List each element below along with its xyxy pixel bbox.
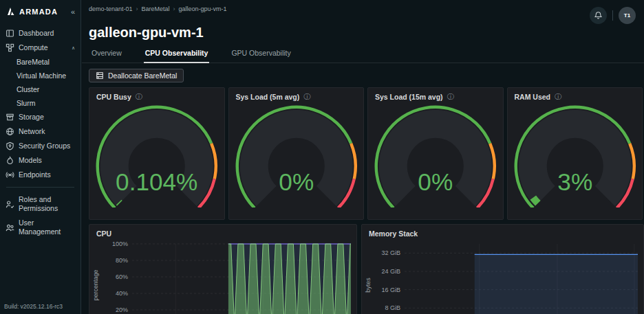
brand-name: ARMADA [19, 8, 58, 16]
deallocate-baremetal-button[interactable]: Deallocate BareMetal [89, 69, 184, 82]
flame-icon [6, 156, 14, 165]
armada-logo-icon [6, 6, 16, 16]
sidebar-item-cluster[interactable]: Cluster [0, 82, 80, 96]
ram-used-panel: RAM Usedⓘ 3% [507, 87, 643, 220]
sidebar-item-security-groups[interactable]: Security Groups [0, 139, 80, 153]
sys-load-15m-gauge: 0% [368, 102, 503, 208]
sidebar-item-virtual-machine[interactable]: Virtual Machine [0, 69, 80, 82]
panel-title: CPU [96, 229, 111, 238]
tab-overview[interactable]: Overview [90, 45, 123, 63]
sidebar-item-label: Network [19, 127, 45, 136]
cpu-busy-panel: CPU Busyⓘ 0.104% [89, 87, 225, 220]
info-icon[interactable]: ⓘ [136, 93, 142, 100]
logo-row: ARMADA « [0, 0, 80, 26]
users-icon [6, 223, 14, 232]
cpu-time-series-chart[interactable]: 0%20%40%60%80%100%10:1010:1510:20percent… [89, 240, 356, 314]
build-version: Build: v2025.12.16-rc3 [0, 299, 80, 314]
sidebar-item-label: Storage [19, 113, 44, 122]
compute-icon [6, 43, 14, 52]
panel-title: CPU Busy [96, 93, 131, 101]
sidebar-item-storage[interactable]: Storage [0, 110, 80, 124]
sidebar-item-endpoints[interactable]: Endpoints [0, 168, 80, 182]
main-content: demo-tenant-01 › BareMetal › galleon-gpu… [82, 0, 644, 314]
notifications-button[interactable] [590, 7, 607, 24]
bell-icon [594, 11, 603, 20]
sidebar-item-models[interactable]: Models [0, 153, 80, 168]
charts-row: CPU 0%20%40%60%80%100%10:1010:1510:20per… [89, 224, 643, 314]
avatar[interactable]: T1 [619, 7, 636, 24]
server-icon [96, 71, 104, 80]
topbar: demo-tenant-01 › BareMetal › galleon-gpu… [82, 0, 644, 24]
cpu-busy-gauge: 0.104% [89, 102, 224, 208]
storage-icon [6, 113, 14, 122]
sidebar-item-roles-permissions[interactable]: Roles and Permissions [0, 192, 80, 216]
svg-text:80%: 80% [116, 257, 128, 264]
toolbar: Deallocate BareMetal [82, 63, 644, 87]
sidebar-item-dashboard[interactable]: Dashboard [0, 26, 80, 41]
svg-text:0%: 0% [418, 168, 453, 195]
sidebar-item-baremetal[interactable]: BareMetal [0, 55, 80, 69]
breadcrumb-separator: › [173, 5, 175, 12]
sidebar-item-network[interactable]: Network [0, 124, 80, 139]
memory-stack-chart[interactable]: 0 B8 GiB16 GiB24 GiB32 GiB10:1010:1510:2… [362, 240, 643, 314]
gauge-row: CPU Busyⓘ 0.104% Sys Load (5m avg)ⓘ 0% S… [82, 87, 644, 220]
tab-bar: Overview CPU Observability GPU Observabi… [82, 45, 644, 63]
tab-gpu-observability[interactable]: GPU Observability [230, 45, 292, 63]
network-globe-icon [6, 127, 14, 136]
sidebar-nav: Dashboard Compute ∧ BareMetal Virtual Ma… [0, 26, 80, 239]
info-icon[interactable]: ⓘ [303, 93, 310, 100]
sidebar-item-label: Roles and Permissions [19, 195, 75, 213]
page-title: galleon-gpu-vm-1 [82, 24, 644, 45]
cpu-chart-panel: CPU 0%20%40%60%80%100%10:1010:1510:20per… [89, 224, 357, 314]
svg-text:60%: 60% [116, 273, 128, 280]
sidebar-item-label: Compute [19, 43, 48, 52]
ram-used-gauge: 3% [508, 102, 643, 208]
sys-load-15m-panel: Sys Load (15m avg)ⓘ 0% [367, 87, 504, 220]
svg-text:0.104%: 0.104% [116, 168, 197, 195]
breadcrumb: demo-tenant-01 › BareMetal › galleon-gpu… [89, 5, 227, 12]
breadcrumb-tenant[interactable]: demo-tenant-01 [89, 5, 133, 12]
breadcrumb-separator: › [136, 5, 138, 12]
sidebar-item-label: Dashboard [19, 29, 54, 38]
svg-text:0%: 0% [279, 168, 314, 195]
sidebar-item-label: Endpoints [19, 170, 51, 179]
panel-title: Sys Load (15m avg) [375, 93, 443, 101]
svg-text:percentage: percentage [92, 269, 99, 300]
svg-text:32 GiB: 32 GiB [381, 249, 400, 256]
svg-text:3%: 3% [557, 168, 592, 195]
svg-text:20%: 20% [116, 306, 128, 313]
info-icon[interactable]: ⓘ [447, 93, 454, 100]
sidebar-item-label: Models [19, 156, 42, 165]
chevron-up-icon[interactable]: ∧ [72, 43, 75, 52]
svg-text:100%: 100% [112, 240, 128, 247]
info-icon[interactable]: ⓘ [555, 93, 561, 100]
memory-stack-panel: Memory Stack 0 B8 GiB16 GiB24 GiB32 GiB1… [361, 224, 644, 314]
svg-text:8 GiB: 8 GiB [385, 304, 400, 311]
shield-icon [6, 142, 14, 150]
roles-person-check-icon [6, 200, 14, 209]
svg-text:24 GiB: 24 GiB [381, 268, 400, 275]
sidebar-item-label: Security Groups [19, 142, 70, 150]
sidebar-item-label: User Management [19, 218, 75, 236]
endpoints-broadcast-icon [6, 170, 14, 179]
panel-title: Memory Stack [369, 229, 418, 238]
panel-title: RAM Used [515, 93, 551, 101]
deallocate-baremetal-label: Deallocate BareMetal [108, 71, 177, 80]
sidebar-divider [6, 187, 74, 188]
top-actions: T1 [590, 7, 636, 24]
sys-load-5m-panel: Sys Load (5m avg)ⓘ 0% [228, 87, 365, 220]
sidebar-item-user-management[interactable]: User Management [0, 216, 80, 239]
tab-cpu-observability[interactable]: CPU Observability [144, 45, 210, 63]
svg-text:bytes: bytes [365, 278, 372, 293]
svg-text:16 GiB: 16 GiB [381, 287, 400, 293]
svg-text:40%: 40% [116, 290, 128, 297]
breadcrumb-baremetal[interactable]: BareMetal [142, 5, 170, 12]
panel-title: Sys Load (5m avg) [236, 93, 300, 101]
topbar-divider [612, 10, 613, 21]
sidebar-collapse-button[interactable]: « [71, 8, 75, 16]
dashboard-icon [6, 29, 14, 38]
sidebar-item-compute[interactable]: Compute ∧ [0, 41, 80, 55]
sidebar-item-slurm[interactable]: Slurm [0, 96, 80, 110]
sidebar: ARMADA « Dashboard Compute ∧ BareMetal V… [0, 0, 81, 314]
breadcrumb-current: galleon-gpu-vm-1 [179, 5, 227, 12]
